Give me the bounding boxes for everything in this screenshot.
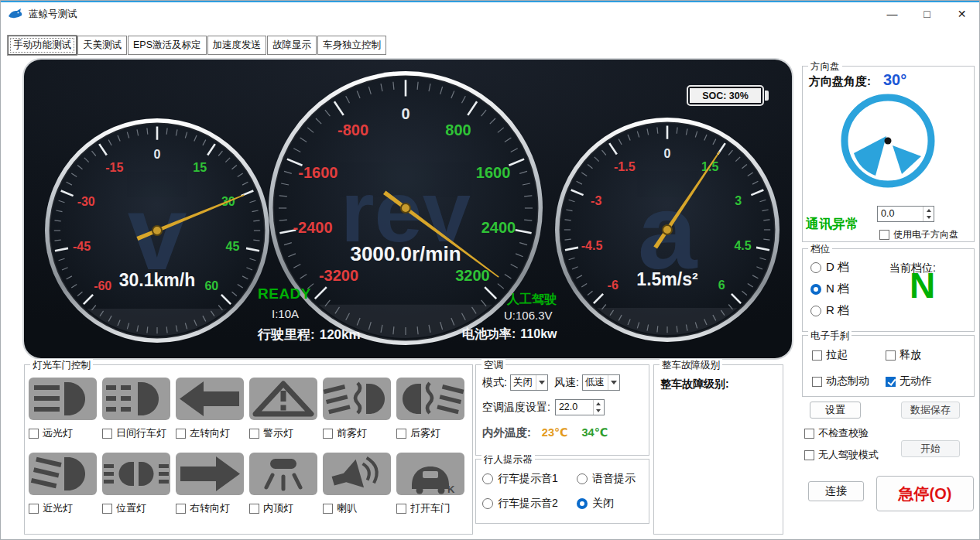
ac-temp-input[interactable]: 22.0 xyxy=(555,399,605,415)
ac-mode-label: 模式: xyxy=(482,376,507,390)
low-beam-button[interactable] xyxy=(29,453,97,495)
tab-2[interactable]: EPS激活及标定 xyxy=(128,36,207,55)
spin-down-icon[interactable] xyxy=(923,214,934,222)
open-door-checkbox[interactable] xyxy=(396,504,406,514)
hazard-warning-checkbox[interactable] xyxy=(249,429,259,439)
gear-option-2[interactable]: R 档 xyxy=(810,303,849,318)
tab-3[interactable]: 加速度发送 xyxy=(207,36,267,55)
dome-light-checkbox[interactable] xyxy=(249,504,259,514)
gear-option-1[interactable]: N 档 xyxy=(810,282,849,296)
connect-button[interactable]: 连接 xyxy=(808,481,864,501)
handbrake-option-1[interactable]: 释放 xyxy=(886,348,968,362)
front-fog-icon xyxy=(323,378,391,420)
ac-mode-select[interactable]: 关闭 xyxy=(510,374,548,391)
rear-fog-button[interactable] xyxy=(396,378,464,420)
hazard-warning-option[interactable]: 警示灯 xyxy=(249,426,293,440)
battery-voltage-value: U:106.3V xyxy=(504,309,553,322)
right-turn-option[interactable]: 右转向灯 xyxy=(176,501,230,515)
position-light-button[interactable] xyxy=(102,453,170,495)
radio-icon[interactable] xyxy=(482,498,493,509)
settings-button[interactable]: 设置 xyxy=(810,402,861,419)
handbrake-option-label: 动态制动 xyxy=(826,374,869,388)
close-icon[interactable]: ✕ xyxy=(944,2,979,26)
radio-icon[interactable] xyxy=(810,262,821,273)
svg-text:2400: 2400 xyxy=(481,219,516,236)
rear-fog-option[interactable]: 后雾灯 xyxy=(396,426,440,440)
rear-fog-checkbox[interactable] xyxy=(396,429,406,439)
pedestrian-option-3[interactable]: 关闭 xyxy=(577,497,636,511)
position-light-option[interactable]: 位置灯 xyxy=(102,501,146,515)
handbrake-checkbox[interactable] xyxy=(886,350,896,361)
tab-5[interactable]: 车身独立控制 xyxy=(317,36,386,55)
left-turn-button[interactable] xyxy=(176,378,244,420)
handbrake-checkbox[interactable] xyxy=(812,377,822,387)
start-button[interactable]: 开始 xyxy=(901,440,960,457)
front-fog-checkbox[interactable] xyxy=(323,429,333,439)
radio-icon[interactable] xyxy=(810,306,821,316)
spin-down-icon[interactable] xyxy=(594,408,604,415)
handbrake-checkbox[interactable] xyxy=(886,377,896,387)
hazard-warning-button[interactable] xyxy=(249,378,317,420)
right-turn-checkbox[interactable] xyxy=(176,504,186,514)
driverless-mode-option[interactable]: 无人驾驶模式 xyxy=(804,448,879,462)
svg-text:3000.0r/min: 3000.0r/min xyxy=(350,242,461,265)
low-beam-option[interactable]: 近光灯 xyxy=(29,501,73,515)
data-save-button[interactable]: 数据保存 xyxy=(901,402,960,419)
open-door-option[interactable]: 打开车门 xyxy=(396,501,451,515)
use-electronic-steering-checkbox[interactable] xyxy=(879,230,889,240)
handbrake-option-0[interactable]: 拉起 xyxy=(812,348,886,362)
power-label: 电池功率: xyxy=(462,327,516,340)
daytime-running-light-button[interactable] xyxy=(102,378,170,420)
dome-light-option[interactable]: 内顶灯 xyxy=(249,501,293,515)
front-fog-button[interactable] xyxy=(323,378,391,420)
skip-verification-option[interactable]: 不检查校验 xyxy=(804,426,869,440)
gear-option-0[interactable]: D 档 xyxy=(810,260,849,275)
radio-icon[interactable] xyxy=(810,284,821,295)
handbrake-option-2[interactable]: 动态制动 xyxy=(812,374,886,388)
high-beam-button[interactable] xyxy=(29,378,97,420)
pedestrian-option-2[interactable]: 行车提示音2 xyxy=(482,497,577,511)
maximize-icon[interactable]: □ xyxy=(910,2,944,26)
position-light-checkbox[interactable] xyxy=(102,504,112,514)
horn-checkbox[interactable] xyxy=(323,504,333,514)
spin-up-icon[interactable] xyxy=(923,207,934,214)
horn-option[interactable]: 喇叭 xyxy=(323,501,357,515)
pedestrian-option-0[interactable]: 行车提示音1 xyxy=(482,472,577,486)
left-turn-checkbox[interactable] xyxy=(176,429,186,439)
inout-temp-label: 内外温度: xyxy=(482,426,531,440)
front-fog-option[interactable]: 前雾灯 xyxy=(323,426,367,440)
driverless-mode-checkbox[interactable] xyxy=(804,450,814,460)
light-cell-3: 警示灯 xyxy=(249,378,323,440)
steering-angle-input[interactable]: 0.0 xyxy=(877,206,934,222)
tab-1[interactable]: 天美测试 xyxy=(77,36,127,55)
radio-icon[interactable] xyxy=(577,473,588,484)
svg-text:3: 3 xyxy=(735,194,742,207)
low-beam-checkbox[interactable] xyxy=(29,504,39,514)
handbrake-checkbox[interactable] xyxy=(812,350,822,361)
horn-button[interactable] xyxy=(323,453,391,495)
use-electronic-steering-option[interactable]: 使用电子方向盘 xyxy=(879,228,958,241)
ac-mode-value: 关闭 xyxy=(511,376,536,389)
high-beam-checkbox[interactable] xyxy=(29,429,39,439)
handbrake-option-3[interactable]: 无动作 xyxy=(886,374,968,388)
minimize-icon[interactable]: — xyxy=(875,2,910,26)
left-turn-option[interactable]: 左转向灯 xyxy=(176,426,230,440)
radio-icon[interactable] xyxy=(482,473,493,484)
dome-light-button[interactable] xyxy=(249,453,317,495)
tab-0[interactable]: 手动功能测试 xyxy=(8,36,77,55)
daytime-running-light-option[interactable]: 日间行车灯 xyxy=(102,426,166,440)
radio-icon[interactable] xyxy=(577,498,588,509)
svg-text:-6: -6 xyxy=(608,279,618,292)
high-beam-option[interactable]: 远光灯 xyxy=(29,426,73,440)
pedestrian-option-1[interactable]: 语音提示 xyxy=(577,472,636,486)
daytime-running-light-checkbox[interactable] xyxy=(102,429,112,439)
right-turn-button[interactable] xyxy=(176,453,244,495)
light-label: 左转向灯 xyxy=(190,426,230,440)
skip-verification-checkbox[interactable] xyxy=(804,429,814,439)
spin-up-icon[interactable] xyxy=(594,400,604,408)
ac-fan-select[interactable]: 低速 xyxy=(582,374,620,391)
emergency-stop-button[interactable]: 急停(O) xyxy=(876,476,974,511)
open-door-button[interactable]: K xyxy=(396,453,464,495)
light-cell-10: 喇叭 xyxy=(323,453,396,515)
tab-4[interactable]: 故障显示 xyxy=(267,36,317,55)
